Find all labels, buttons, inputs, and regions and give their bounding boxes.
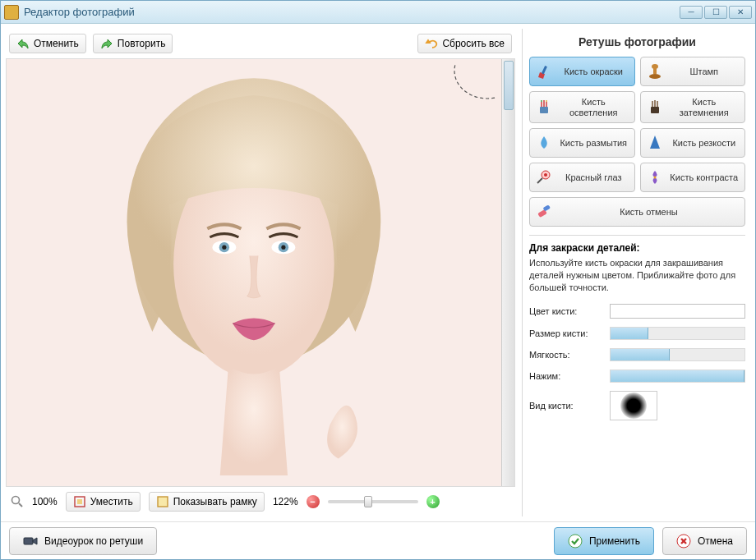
red-eye-icon: [535, 168, 553, 186]
fit-icon: [73, 495, 86, 508]
tutorial-button[interactable]: Видеоурок по ретуши: [9, 527, 157, 555]
show-frame-label: Показывать рамку: [173, 496, 257, 507]
magnifier-icon: [11, 495, 24, 508]
tool-undo-brush[interactable]: Кисть отмены: [529, 197, 745, 227]
zoom2-value: 122%: [273, 496, 298, 507]
undo-label: Отменить: [34, 38, 79, 49]
apply-label: Применить: [589, 535, 640, 547]
opacity-slider[interactable]: [610, 370, 745, 383]
tool-grid: Кисть окраскиШтампКисть осветленияКисть …: [529, 57, 745, 227]
svg-point-5: [222, 246, 226, 250]
maximize-button[interactable]: ☐: [704, 6, 727, 19]
blur-brush-icon: [535, 134, 553, 152]
svg-point-24: [653, 177, 656, 179]
undo-brush-icon: [535, 203, 553, 221]
close-button[interactable]: ✕: [729, 6, 752, 19]
undo-button[interactable]: Отменить: [9, 34, 86, 53]
tool-label: Кисть окраски: [558, 67, 629, 77]
tool-blur-brush[interactable]: Кисть размытия: [529, 128, 635, 158]
bottom-toolbar: 100% Уместить Показывать рамку 122% − +: [6, 487, 515, 516]
svg-rect-13: [77, 499, 82, 504]
brush-color-label: Цвет кисти:: [529, 306, 605, 316]
apply-button[interactable]: Применить: [554, 527, 654, 555]
svg-rect-14: [158, 497, 168, 507]
show-frame-button[interactable]: Показывать рамку: [149, 492, 265, 512]
contrast-brush-icon: [646, 168, 664, 186]
desc-body: Используйте кисть окраски для закрашиван…: [529, 257, 745, 294]
svg-point-28: [569, 535, 582, 548]
reset-icon: [425, 38, 438, 49]
desc-title: Для закраски деталей:: [529, 242, 745, 254]
opacity-label: Нажим:: [529, 371, 605, 381]
svg-point-8: [281, 246, 285, 250]
softness-slider[interactable]: [610, 348, 745, 361]
svg-rect-19: [540, 107, 548, 113]
vertical-scrollbar[interactable]: [501, 59, 514, 486]
reset-label: Сбросить все: [442, 38, 505, 49]
tool-label: Штамп: [669, 67, 740, 77]
brush-size-label: Размер кисти:: [529, 328, 605, 338]
brush-color-swatch[interactable]: [610, 304, 745, 319]
svg-line-23: [537, 178, 542, 183]
undo-icon: [16, 38, 30, 49]
fit-button[interactable]: Уместить: [66, 492, 141, 512]
darken-brush-icon: [646, 99, 664, 117]
tool-label: Кисть затемнения: [669, 97, 740, 117]
image-canvas[interactable]: [7, 59, 501, 486]
brush-size-slider[interactable]: [610, 327, 745, 340]
paint-brush-icon: [535, 62, 553, 80]
zoom-in-button[interactable]: +: [426, 495, 440, 508]
camera-icon: [23, 534, 38, 549]
fit-label: Уместить: [90, 496, 133, 507]
tool-label: Кисть осветления: [558, 97, 629, 117]
redo-icon: [100, 38, 113, 49]
cancel-button[interactable]: Отмена: [662, 527, 747, 555]
softness-label: Мягкость:: [529, 350, 605, 360]
panel-title: Ретушь фотографии: [529, 30, 745, 57]
tool-label: Красный глаз: [558, 172, 629, 183]
tool-label: Кисть размытия: [558, 138, 629, 149]
lighten-brush-icon: [535, 99, 553, 117]
brush-preview: [610, 391, 657, 420]
footer: Видеоурок по ретуши Применить Отмена: [1, 521, 755, 559]
svg-point-22: [544, 173, 547, 177]
svg-rect-27: [24, 538, 33, 544]
tool-paint-brush[interactable]: Кисть окраски: [529, 57, 635, 86]
svg-rect-20: [651, 107, 659, 113]
stamp-icon: [646, 62, 664, 80]
svg-point-9: [454, 64, 496, 99]
zoom-value: 100%: [32, 496, 58, 507]
redo-button[interactable]: Повторить: [93, 34, 173, 53]
cancel-icon: [676, 534, 691, 549]
tool-lighten-brush[interactable]: Кисть осветления: [529, 91, 635, 123]
check-icon: [568, 534, 583, 549]
svg-line-11: [19, 503, 22, 507]
tool-sharpen-brush[interactable]: Кисть резкости: [640, 128, 746, 158]
tool-red-eye[interactable]: Красный глаз: [529, 163, 635, 192]
tool-label: Кисть отмены: [558, 207, 740, 218]
brush-view-label: Вид кисти:: [529, 401, 605, 411]
svg-point-18: [649, 74, 661, 79]
canvas-area: [6, 58, 515, 487]
sharpen-brush-icon: [646, 134, 664, 152]
tool-contrast-brush[interactable]: Кисть контраста: [640, 163, 746, 192]
titlebar: Редактор фотографий ─ ☐ ✕: [1, 1, 755, 24]
reset-button[interactable]: Сбросить все: [417, 34, 512, 53]
zoom-out-button[interactable]: −: [307, 495, 320, 508]
zoom-slider[interactable]: [328, 500, 418, 503]
svg-rect-15: [542, 66, 547, 74]
tool-darken-brush[interactable]: Кисть затемнения: [640, 91, 746, 123]
frame-icon: [156, 495, 169, 508]
tool-stamp[interactable]: Штамп: [640, 57, 746, 86]
selection-marquee: [450, 64, 496, 102]
app-icon: [4, 5, 19, 20]
tutorial-label: Видеоурок по ретуши: [44, 535, 143, 547]
top-toolbar: Отменить Повторить Сбросить все: [6, 29, 515, 58]
redo-label: Повторить: [118, 38, 166, 49]
window-title: Редактор фотографий: [24, 6, 680, 18]
tool-label: Кисть контраста: [669, 172, 740, 183]
svg-rect-17: [653, 67, 657, 74]
minimize-button[interactable]: ─: [680, 6, 703, 19]
tool-label: Кисть резкости: [669, 138, 740, 149]
photo-placeholder: [7, 59, 501, 486]
